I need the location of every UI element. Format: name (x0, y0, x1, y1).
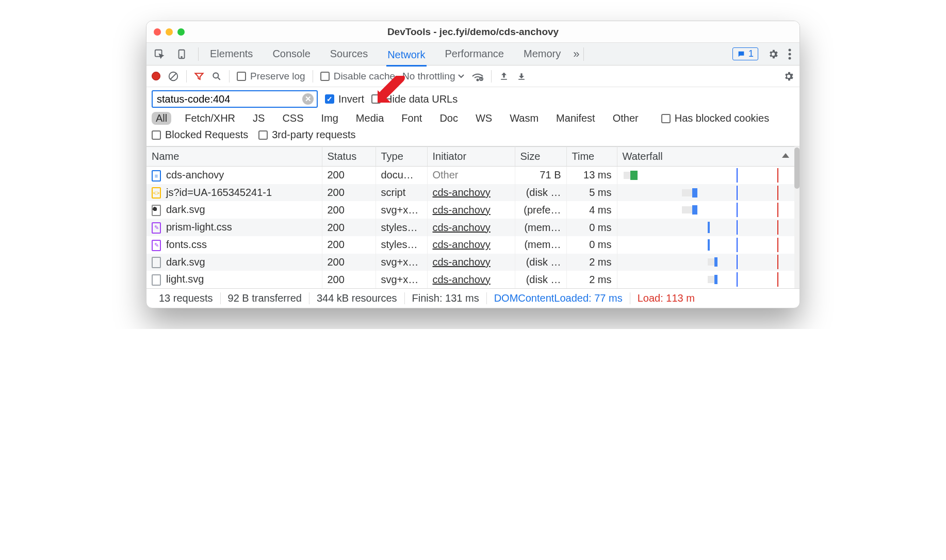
panel-tab-performance[interactable]: Performance (444, 46, 505, 62)
kebab-menu-icon[interactable] (788, 48, 791, 60)
status-requests: 13 requests (152, 292, 221, 304)
file-type-icon (152, 205, 161, 216)
request-options: Blocked Requests 3rd-party requests (146, 128, 800, 146)
panel-tab-sources[interactable]: Sources (329, 46, 369, 62)
status-bar: 13 requests 92 B transferred 344 kB reso… (146, 288, 800, 308)
upload-har-icon[interactable] (499, 71, 509, 81)
svg-rect-11 (519, 79, 525, 80)
preserve-log-checkbox[interactable]: Preserve log (237, 71, 305, 82)
disable-cache-checkbox[interactable]: Disable cache (320, 71, 395, 82)
col-type[interactable]: Type (376, 147, 427, 167)
status-resources: 344 kB resources (309, 292, 405, 304)
col-size[interactable]: Size (515, 147, 566, 167)
filter-text[interactable] (157, 93, 302, 105)
svg-rect-10 (501, 79, 508, 80)
main-tabstrip: ElementsConsoleSourcesNetworkPerformance… (146, 43, 800, 65)
type-filter-wasm[interactable]: Wasm (505, 112, 543, 125)
status-domcontentloaded: DOMContentLoaded: 77 ms (487, 292, 630, 304)
filter-row: ✕ ✓ Invert Hide data URLs (146, 87, 800, 110)
svg-point-4 (789, 53, 791, 55)
throttling-select[interactable]: No throttling (402, 71, 464, 82)
col-waterfall[interactable]: Waterfall (617, 147, 794, 167)
type-filter-font[interactable]: Font (397, 112, 426, 125)
network-conditions-icon[interactable] (471, 71, 484, 81)
hide-data-urls-checkbox[interactable]: Hide data URLs (371, 93, 458, 105)
zoom-window-button[interactable] (177, 28, 185, 36)
has-blocked-cookies-checkbox[interactable]: Has blocked cookies (661, 112, 769, 124)
more-panels-button[interactable]: » (572, 45, 580, 63)
table-row[interactable]: ≡cds-anchovy200docu…Other71 B13 ms (146, 167, 794, 184)
window-controls (154, 28, 185, 36)
vertical-scrollbar[interactable] (794, 146, 800, 288)
clear-log-icon[interactable] (168, 71, 179, 82)
table-row[interactable]: dark.svg200svg+x…cds-anchovy(disk …2 ms (146, 254, 794, 271)
table-row[interactable]: light.svg200svg+x…cds-anchovy(disk …2 ms (146, 271, 794, 288)
status-finish: Finish: 131 ms (405, 292, 487, 304)
requests-table-wrap: NameStatusTypeInitiatorSizeTimeWaterfall… (146, 146, 800, 288)
window-title: DevTools - jec.fyi/demo/cds-anchovy (146, 26, 800, 38)
table-row[interactable]: ✎prism-light.css200styles…cds-anchovy(me… (146, 219, 794, 236)
record-button[interactable] (152, 72, 160, 80)
svg-point-8 (477, 79, 479, 80)
type-filter-css[interactable]: CSS (278, 112, 307, 125)
panel-tab-elements[interactable]: Elements (209, 46, 254, 62)
close-window-button[interactable] (154, 28, 161, 36)
status-transferred: 92 B transferred (221, 292, 309, 304)
devtools-window: DevTools - jec.fyi/demo/cds-anchovy Elem… (146, 21, 800, 308)
panel-tab-network[interactable]: Network (386, 47, 426, 67)
inspect-element-icon[interactable] (154, 48, 165, 60)
file-type-icon: ✎ (152, 222, 161, 234)
type-filter-img[interactable]: Img (317, 112, 342, 125)
type-filter-other[interactable]: Other (609, 112, 643, 125)
type-filter-media[interactable]: Media (352, 112, 388, 125)
third-party-requests-checkbox[interactable]: 3rd-party requests (258, 129, 355, 141)
requests-table: NameStatusTypeInitiatorSizeTimeWaterfall (146, 146, 794, 167)
col-name[interactable]: Name (146, 147, 322, 167)
titlebar: DevTools - jec.fyi/demo/cds-anchovy (146, 21, 800, 43)
file-type-icon: ✎ (152, 240, 161, 251)
file-type-icon: <> (152, 187, 161, 199)
network-settings-icon[interactable] (783, 71, 794, 82)
type-filter-js[interactable]: JS (249, 112, 269, 125)
col-initiator[interactable]: Initiator (427, 147, 515, 167)
table-row[interactable]: ✎fonts.css200styles…cds-anchovy(mem…0 ms (146, 236, 794, 254)
minimize-window-button[interactable] (166, 28, 173, 36)
blocked-requests-checkbox[interactable]: Blocked Requests (152, 129, 248, 141)
invert-checkbox[interactable]: ✓ Invert (325, 93, 364, 105)
svg-point-5 (789, 57, 791, 59)
issues-count: 1 (748, 48, 754, 59)
col-status[interactable]: Status (322, 147, 376, 167)
panel-tab-memory[interactable]: Memory (523, 46, 562, 62)
device-toggle-icon[interactable] (176, 48, 188, 60)
type-filter-all[interactable]: All (152, 112, 171, 125)
col-time[interactable]: Time (566, 147, 617, 167)
panel-tab-console[interactable]: Console (271, 46, 311, 62)
network-toolbar: Preserve log Disable cache No throttling (146, 65, 800, 87)
filter-icon[interactable] (194, 71, 204, 81)
download-har-icon[interactable] (516, 71, 527, 81)
issues-chip[interactable]: 1 (732, 47, 758, 60)
type-filter-ws[interactable]: WS (471, 112, 496, 125)
svg-point-3 (789, 48, 791, 51)
file-type-icon: ≡ (152, 170, 161, 182)
clear-filter-icon[interactable]: ✕ (302, 93, 314, 105)
search-icon[interactable] (211, 71, 222, 81)
status-load: Load: 113 m (630, 292, 702, 304)
svg-point-7 (213, 73, 218, 78)
settings-icon[interactable] (768, 48, 779, 60)
table-row[interactable]: <>js?id=UA-165345241-1200scriptcds-ancho… (146, 184, 794, 202)
type-filter-manifest[interactable]: Manifest (552, 112, 599, 125)
table-row[interactable]: dark.svg200svg+x…cds-anchovy(prefe…4 ms (146, 201, 794, 219)
file-type-icon (152, 257, 161, 268)
chevron-down-icon (458, 73, 464, 79)
resource-type-filter: AllFetch/XHRJSCSSImgMediaFontDocWSWasmMa… (146, 110, 800, 128)
type-filter-doc[interactable]: Doc (435, 112, 462, 125)
file-type-icon (152, 274, 161, 286)
type-filter-fetchxhr[interactable]: Fetch/XHR (181, 112, 239, 125)
svg-point-2 (181, 56, 182, 57)
filter-input[interactable]: ✕ (152, 90, 318, 108)
